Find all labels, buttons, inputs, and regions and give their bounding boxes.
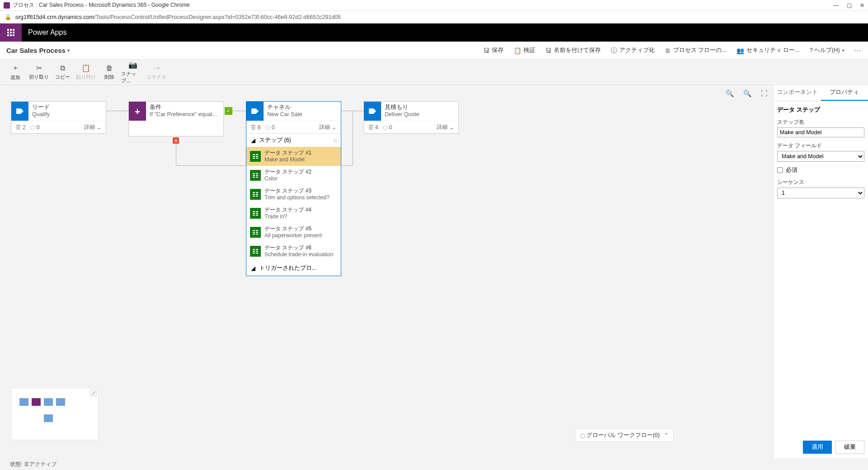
validate-button[interactable]: 📋検証: [514, 47, 535, 54]
properties-panel: コンポーネント プロパティ データ ステップ ステップ名 データ フィールド M…: [773, 85, 868, 458]
copy-button[interactable]: ⧉コピー: [51, 61, 74, 84]
more-button[interactable]: ···: [854, 47, 862, 54]
stage-quote[interactable]: 見積もりDeliver Quote ☰ 4 ◌ 0 詳細 ⌄: [363, 101, 459, 134]
svg-rect-37: [256, 232, 258, 233]
stage-lead[interactable]: リードQualify ☰ 2 ◌ 0 詳細 ⌄: [11, 101, 106, 134]
svg-rect-14: [256, 158, 258, 159]
svg-rect-30: [256, 211, 258, 212]
details-button[interactable]: 詳細 ⌄: [437, 123, 454, 131]
cut-button[interactable]: ✂切り取り: [27, 61, 51, 84]
stage-condition[interactable]: 条件If "Car Preference" equals "New ...: [128, 101, 224, 136]
sequence-label: シーケンス: [777, 179, 864, 186]
process-title[interactable]: Car Sales Process ▾: [6, 47, 70, 54]
properties-tabs: コンポーネント プロパティ: [774, 85, 868, 101]
document-icon: 🗎: [665, 47, 671, 54]
trigger-count: ◌ 0: [30, 124, 40, 131]
triggered-processes[interactable]: ◢ トリガーされたプロ...: [246, 261, 341, 276]
window-controls: ― ▢ ✕: [833, 2, 864, 9]
step-row-6[interactable]: データ ステップ #6Schedule trade-in evaluation: [246, 242, 341, 261]
maximize-icon[interactable]: ▢: [847, 2, 852, 9]
step-row-3[interactable]: データ ステップ #3Trim and options selected?: [246, 185, 341, 204]
favicon-icon: [4, 2, 10, 9]
data-step-icon: [250, 151, 261, 162]
chevron-down-icon: ⌄: [449, 124, 454, 131]
step-name-input[interactable]: [777, 127, 864, 137]
close-icon[interactable]: ✕: [860, 2, 864, 9]
save-button[interactable]: 🖫保存: [483, 47, 504, 54]
svg-rect-10: [253, 156, 255, 157]
info-icon: ⓘ: [611, 47, 617, 55]
trigger-count: ◌ 0: [265, 124, 275, 131]
step-row-4[interactable]: データ ステップ #4Trade in?: [246, 204, 341, 223]
paste-icon: 📋: [81, 64, 90, 72]
svg-rect-42: [256, 249, 258, 250]
trash-icon: 🗑: [106, 64, 113, 72]
stage-channel[interactable]: チャネルNew Car Sale ☰ 6 ◌ 0 詳細 ⌄ ◢ ステップ (6)…: [246, 101, 341, 276]
details-button[interactable]: 詳細 ⌄: [319, 123, 336, 131]
required-checkbox[interactable]: [777, 167, 783, 173]
data-step-icon: [250, 227, 261, 238]
collapse-icon: ◢: [251, 137, 255, 144]
discard-button[interactable]: 破棄: [835, 441, 864, 454]
minimap-node: [56, 398, 65, 406]
svg-rect-20: [256, 177, 258, 178]
steps-header[interactable]: ◢ ステップ (6) ↑↓: [246, 134, 341, 147]
svg-rect-4: [10, 32, 12, 33]
condition-false-icon: ✕: [173, 137, 179, 144]
lock-icon[interactable]: 🔒: [5, 14, 12, 20]
svg-rect-34: [253, 232, 255, 233]
spinner-icon: ◌: [580, 432, 585, 439]
svg-rect-25: [256, 194, 258, 195]
canvas[interactable]: 🔍 🔍 ⛶ リードQualify ☰ 2 ◌ 0 詳細 ⌄: [0, 85, 773, 458]
window-title: プロセス : Car Sales Process - Microsoft Dyn…: [13, 1, 189, 9]
svg-rect-16: [253, 175, 255, 176]
data-field-select[interactable]: Make and Model: [777, 151, 864, 162]
security-button[interactable]: 👥セキュリティ ロー...: [736, 47, 800, 54]
svg-rect-2: [13, 29, 14, 31]
url-text[interactable]: org1ff815d4.crm.dynamics.com/Tools/Proce…: [15, 14, 341, 20]
brand-label: Power Apps: [28, 28, 66, 37]
tab-properties[interactable]: プロパティ: [821, 85, 868, 101]
global-workflow-bar[interactable]: ◌ グローバル ワークフロー(0) ⌃: [575, 428, 674, 442]
plus-icon: ＋: [12, 63, 19, 73]
add-button[interactable]: ＋追加: [4, 61, 27, 84]
svg-rect-19: [256, 175, 258, 176]
details-button[interactable]: 詳細 ⌄: [84, 123, 101, 131]
svg-rect-1: [10, 29, 12, 31]
chevron-down-icon: ▾: [842, 48, 844, 53]
save-icon: 🖫: [483, 47, 490, 54]
minimap[interactable]: ⤢: [11, 388, 99, 440]
connector-line: [353, 111, 353, 165]
tab-components[interactable]: コンポーネント: [774, 85, 821, 101]
status-bar: 状態: 非アクティブ: [0, 458, 868, 470]
svg-rect-26: [256, 196, 258, 197]
svg-rect-8: [13, 34, 14, 36]
chevron-down-icon: ▾: [67, 48, 70, 53]
step-row-1[interactable]: データ ステップ #1Make and Model: [246, 147, 341, 166]
stage-icon: [246, 102, 264, 121]
browser-addressbar: 🔒 org1ff815d4.crm.dynamics.com/Tools/Pro…: [0, 11, 868, 24]
svg-rect-44: [256, 253, 258, 254]
help-button[interactable]: ? ヘルプ(H) ▾: [810, 47, 844, 54]
paste-button: 📋貼り付け: [74, 61, 98, 84]
order-button[interactable]: 🗎プロセス フローの...: [665, 47, 726, 54]
reorder-icons[interactable]: ↑↓: [333, 137, 336, 144]
steps-panel: ◢ ステップ (6) ↑↓ データ ステップ #1Make and Model …: [246, 133, 341, 276]
delete-button[interactable]: 🗑削除: [98, 61, 121, 84]
connector-line: [232, 111, 246, 111]
svg-rect-39: [253, 249, 255, 250]
expand-icon[interactable]: ⤢: [90, 390, 97, 396]
apply-button[interactable]: 適用: [803, 441, 832, 454]
app-launcher-icon[interactable]: [0, 24, 22, 42]
step-row-2[interactable]: データ ステップ #2Color: [246, 166, 341, 185]
svg-rect-17: [253, 177, 255, 178]
minimize-icon[interactable]: ―: [833, 2, 839, 9]
sequence-select[interactable]: 1: [777, 188, 864, 198]
svg-rect-9: [253, 154, 255, 155]
step-row-5[interactable]: データ ステップ #5All paperworker present: [246, 223, 341, 242]
svg-rect-11: [253, 158, 255, 159]
snapshot-button[interactable]: 📷スナップ...: [121, 61, 145, 84]
activate-button[interactable]: ⓘアクティブ化: [611, 47, 655, 55]
browser-titlebar: プロセス : Car Sales Process - Microsoft Dyn…: [0, 0, 868, 11]
saveas-button[interactable]: 🖫名前を付けて保存: [545, 47, 601, 54]
